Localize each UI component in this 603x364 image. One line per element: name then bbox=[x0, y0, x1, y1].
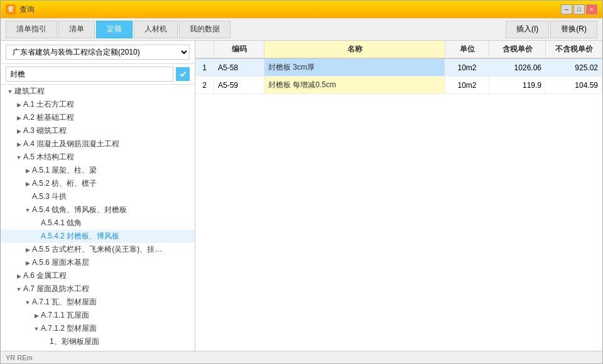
expand-icon: ▼ bbox=[14, 286, 23, 292]
tree-item-a711[interactable]: ▶ A.7.1.1 瓦屋面 bbox=[1, 309, 195, 322]
td-notax-price: 104.59 bbox=[546, 77, 602, 94]
tree-item-a3[interactable]: ▶ A.3 砌筑工程 bbox=[1, 124, 195, 137]
province-select[interactable]: 广东省建筑与装饰工程综合定额(2010) bbox=[6, 45, 190, 60]
tree-item-a7[interactable]: ▼ A.7 屋面及防水工程 bbox=[1, 282, 195, 296]
tab-qingdan[interactable]: 清单 bbox=[58, 21, 95, 38]
th-unit: 单位 bbox=[445, 41, 489, 58]
tab-qingdan-zhiyin[interactable]: 清单指引 bbox=[6, 21, 57, 38]
expand-icon: ▶ bbox=[23, 260, 32, 266]
tree-item-a712[interactable]: ▼ A.7.1.2 型材屋面 bbox=[1, 322, 195, 335]
tree-label: A.5 木结构工程 bbox=[23, 152, 74, 163]
insert-button[interactable]: 插入(I) bbox=[506, 21, 549, 38]
tree-item-a2[interactable]: ▶ A.2 桩基础工程 bbox=[1, 111, 195, 124]
expand-icon: ▶ bbox=[14, 102, 23, 108]
tree-label: 建筑工程 bbox=[14, 86, 45, 97]
main-content: 广东省建筑与装饰工程综合定额(2010) ▼ 建筑工程 bbox=[1, 41, 602, 351]
tree-label: A.5.4.2 封檐板、博风板 bbox=[41, 231, 119, 242]
tree-item-a542[interactable]: ▶ A.5.4.2 封檐板、博风板 bbox=[1, 230, 195, 243]
th-tax-price: 含税单价 bbox=[489, 41, 546, 58]
expand-icon: ▼ bbox=[14, 154, 23, 161]
th-notax-price: 不含税单价 bbox=[546, 41, 602, 58]
tree-item-a52[interactable]: ▶ A.5.2 枋、桁、檩子 bbox=[1, 177, 195, 190]
tab-rencaiji[interactable]: 人材机 bbox=[134, 21, 178, 38]
title-bar-left: 查 查询 bbox=[6, 4, 35, 15]
tree-item-caigangban[interactable]: ▶ 1、彩钢板屋面 bbox=[1, 335, 195, 348]
right-panel: 编码 名称 单位 含税单价 不含税单价 1 A5-58 封檐板 3cm厚 10m… bbox=[195, 41, 602, 351]
td-name: 封檐板 3cm厚 bbox=[264, 59, 445, 76]
table-body: 1 A5-58 封檐板 3cm厚 10m2 1026.06 925.02 2 A… bbox=[195, 59, 602, 351]
tab-mydata[interactable]: 我的数据 bbox=[179, 21, 231, 38]
tree-item-a5[interactable]: ▼ A.5 木结构工程 bbox=[1, 151, 195, 164]
tree-item-a51[interactable]: ▶ A.5.1 屋架、柱、梁 bbox=[1, 164, 195, 177]
th-code: 编码 bbox=[214, 41, 264, 58]
title-buttons: ─ □ ✕ bbox=[561, 4, 597, 14]
expand-icon: ▶ bbox=[14, 141, 23, 147]
left-panel: 广东省建筑与装饰工程综合定额(2010) ▼ 建筑工程 bbox=[1, 41, 195, 351]
minimize-button[interactable]: ─ bbox=[561, 4, 572, 14]
tree-label: A.7 屋面及防水工程 bbox=[23, 284, 89, 294]
window-title: 查询 bbox=[19, 4, 35, 15]
expand-icon: ▼ bbox=[6, 88, 14, 95]
close-button[interactable]: ✕ bbox=[586, 4, 597, 14]
td-name: 封檐板 每增减0.5cm bbox=[264, 77, 445, 94]
app-icon: 查 bbox=[6, 4, 16, 14]
toolbar: 清单指引 清单 定额 人材机 我的数据 插入(I) 替换(R) bbox=[1, 18, 602, 41]
status-bar: YR REm bbox=[1, 351, 602, 363]
tree-label: A.1 土石方工程 bbox=[23, 99, 74, 110]
tree-container[interactable]: ▼ 建筑工程 ▶ A.1 土石方工程 ▶ A.2 桩基础工程 bbox=[1, 85, 195, 351]
expand-icon: ▶ bbox=[23, 168, 32, 174]
td-unit: 10m2 bbox=[445, 59, 489, 76]
search-clear-button[interactable] bbox=[176, 67, 190, 81]
tree-item-a71[interactable]: ▼ A.7.1 瓦、型材屋面 bbox=[1, 296, 195, 309]
tree-label: A.7.1.2 型材屋面 bbox=[41, 323, 97, 334]
table-row[interactable]: 2 A5-59 封檐板 每增减0.5cm 10m2 119.9 104.59 bbox=[195, 77, 602, 94]
tree-item-a4[interactable]: ▶ A.4 混凝土及钢筋混凝土工程 bbox=[1, 137, 195, 151]
tree-label: A.7.1.1 瓦屋面 bbox=[41, 310, 89, 321]
status-text: YR REm bbox=[6, 354, 33, 361]
td-index: 2 bbox=[195, 77, 214, 94]
tree-label: 1、彩钢板屋面 bbox=[50, 336, 99, 347]
tree-label: A.5.4.1 戗角 bbox=[41, 218, 82, 228]
tree-item-a55[interactable]: ▶ A.5.5 古式栏杆、飞来椅(吴王靠)、挂… bbox=[1, 243, 195, 256]
tree-label: A.6 金属工程 bbox=[23, 270, 67, 281]
tree-item-a6[interactable]: ▶ A.6 金属工程 bbox=[1, 269, 195, 282]
checkmark-icon bbox=[179, 70, 187, 78]
td-code: A5-58 bbox=[214, 59, 264, 76]
tree-item-jianzhu[interactable]: ▼ 建筑工程 bbox=[1, 85, 195, 98]
tab-dinge[interactable]: 定额 bbox=[96, 21, 133, 38]
expand-icon: ▶ bbox=[23, 247, 32, 253]
expand-icon: ▼ bbox=[32, 326, 41, 332]
tree-label: A.5.5 古式栏杆、飞来椅(吴王靠)、挂… bbox=[32, 244, 162, 255]
tree-label: A.4 混凝土及钢筋混凝土工程 bbox=[23, 139, 119, 149]
expand-icon: ▼ bbox=[23, 207, 32, 213]
province-selector: 广东省建筑与装饰工程综合定额(2010) bbox=[1, 41, 195, 64]
tree-item-a56[interactable]: ▶ A.5.6 屋面木基层 bbox=[1, 256, 195, 269]
tree-item-a54[interactable]: ▼ A.5.4 戗角、博风板、封檐板 bbox=[1, 203, 195, 217]
expand-icon: ▼ bbox=[23, 299, 32, 306]
table-row[interactable]: 1 A5-58 封檐板 3cm厚 10m2 1026.06 925.02 bbox=[195, 59, 602, 77]
search-input[interactable] bbox=[6, 67, 173, 82]
td-notax-price: 925.02 bbox=[546, 59, 602, 76]
search-bar bbox=[1, 64, 195, 85]
maximize-button[interactable]: □ bbox=[573, 4, 585, 14]
main-window: 查 查询 ─ □ ✕ 清单指引 清单 定额 人材机 我的数据 插入(I) 替换(… bbox=[0, 0, 603, 364]
expand-icon: ▶ bbox=[14, 115, 23, 121]
tree-item-a53[interactable]: ▶ A.5.3 斗拱 bbox=[1, 190, 195, 203]
tree-label: A.3 砌筑工程 bbox=[23, 126, 67, 136]
title-bar: 查 查询 ─ □ ✕ bbox=[1, 1, 602, 18]
tree-label: A.5.3 斗拱 bbox=[32, 191, 67, 202]
replace-button[interactable]: 替换(R) bbox=[550, 21, 597, 38]
tree-label: A.5.1 屋架、柱、梁 bbox=[32, 165, 97, 176]
tree-item-a1[interactable]: ▶ A.1 土石方工程 bbox=[1, 98, 195, 111]
td-index: 1 bbox=[195, 59, 214, 76]
table-header: 编码 名称 单位 含税单价 不含税单价 bbox=[195, 41, 602, 59]
td-unit: 10m2 bbox=[445, 77, 489, 94]
expand-icon: ▶ bbox=[14, 273, 23, 279]
expand-icon: ▶ bbox=[23, 181, 32, 187]
th-name: 名称 bbox=[264, 41, 445, 58]
tree-label: A.5.4 戗角、博风板、封檐板 bbox=[32, 205, 127, 215]
expand-icon: ▶ bbox=[14, 128, 23, 134]
tree-item-a541[interactable]: ▶ A.5.4.1 戗角 bbox=[1, 217, 195, 230]
expand-icon: ▶ bbox=[32, 313, 41, 319]
td-tax-price: 1026.06 bbox=[489, 59, 546, 76]
